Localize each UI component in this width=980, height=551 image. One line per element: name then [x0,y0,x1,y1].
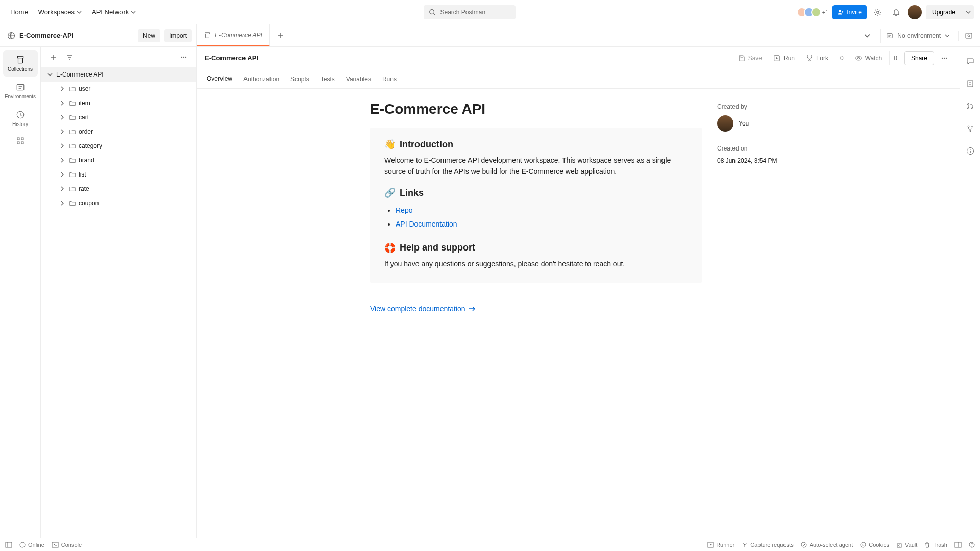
create-collection-button[interactable] [46,50,60,64]
watch-button[interactable]: Watch [851,51,887,65]
chevron-down-icon [945,33,950,38]
status-console[interactable]: Console [52,542,82,548]
comments-button[interactable] [963,54,977,68]
rail-configure[interactable] [12,133,29,149]
folder-icon [69,142,76,149]
rail-environments[interactable]: Environments [3,78,38,104]
tree-folder[interactable]: category [41,139,196,153]
workspace-title[interactable]: E-Commerce-API [4,32,134,40]
tree-folder[interactable]: cart [41,110,196,124]
view-docs-link[interactable]: View complete documentation [370,305,476,313]
svg-point-45 [899,545,900,546]
tree-folder[interactable]: list [41,167,196,182]
notifications-button[interactable] [889,5,903,19]
tree-folder[interactable]: rate [41,182,196,196]
profile-avatar[interactable] [908,5,922,19]
fork-icon [806,55,813,62]
folder-icon [69,157,76,164]
tree-folder[interactable]: brand [41,153,196,167]
invite-button[interactable]: Invite [832,5,867,19]
chevron-down-icon [77,10,82,15]
svg-point-41 [863,544,863,544]
doc-title: E-Commerce API [370,101,702,117]
tree-folder[interactable]: user [41,82,196,96]
tree-folder[interactable]: order [41,124,196,139]
status-trash[interactable]: Trash [924,542,947,548]
nav-workspaces[interactable]: Workspaces [34,5,86,19]
upgrade-button[interactable]: Upgrade [926,5,962,19]
status-capture[interactable]: Capture requests [742,542,793,548]
status-agent[interactable]: Auto-select agent [801,542,853,548]
tab-overflow-button[interactable] [860,29,874,43]
help-icon [969,542,975,548]
pull-request-button[interactable] [963,99,977,113]
trash-icon [924,542,930,548]
history-icon [16,110,25,119]
nav-api-network[interactable]: API Network [88,5,140,19]
nav-home[interactable]: Home [6,5,32,19]
info-button[interactable] [963,144,977,158]
svg-rect-12 [21,138,23,140]
import-button[interactable]: Import [164,29,192,42]
new-button[interactable]: New [138,29,160,42]
link-repo[interactable]: Repo [396,206,412,214]
svg-rect-13 [17,142,19,144]
created-by-user[interactable]: You [717,115,829,132]
fork-icon [967,125,974,132]
ctab-overview[interactable]: Overview [207,69,232,88]
ctab-variables[interactable]: Variables [346,69,371,88]
ctab-runs[interactable]: Runs [382,69,397,88]
eye-icon [855,55,862,62]
save-button[interactable]: Save [734,51,766,65]
svg-point-24 [944,57,945,58]
layout-toggle-button[interactable] [954,542,962,548]
rail-collections[interactable]: Collections [3,50,38,77]
environment-selector[interactable]: No environment [880,29,955,43]
filter-button[interactable] [62,50,77,64]
fork-count: 0 [836,51,848,65]
search-input[interactable]: Search Postman [424,5,516,19]
rail-history[interactable]: History [3,105,38,132]
save-icon [738,55,745,62]
settings-button[interactable] [871,5,885,19]
svg-point-34 [970,149,971,150]
share-button[interactable]: Share [904,51,934,65]
status-runner[interactable]: Runner [707,542,734,548]
status-vault[interactable]: Vault [896,542,917,548]
chevron-right-icon [60,101,65,106]
svg-point-32 [969,130,971,132]
env-quicklook-button[interactable] [962,29,976,43]
help-button[interactable] [969,542,975,548]
terminal-icon [52,542,59,548]
top-nav: Home Workspaces API Network [6,5,140,19]
avatar-cluster[interactable]: +1 [800,7,829,17]
tree-root[interactable]: E-Commerce API [41,67,196,82]
arrow-right-icon [469,306,476,312]
ctab-scripts[interactable]: Scripts [290,69,309,88]
sidebar-toggle-button[interactable] [5,542,12,548]
svg-point-42 [864,545,864,545]
more-actions-button[interactable] [937,51,951,65]
forks-pane-button[interactable] [963,121,977,136]
svg-point-0 [430,9,434,14]
ctab-authorization[interactable]: Authorization [243,69,279,88]
svg-rect-44 [897,544,901,547]
context-rail [960,47,980,538]
sidebar-options-button[interactable] [177,50,191,64]
run-button[interactable]: Run [769,51,799,65]
docs-pane-button[interactable] [963,77,977,91]
tree-folder[interactable]: coupon [41,196,196,210]
tree-folder[interactable]: item [41,96,196,110]
status-online[interactable]: Online [19,542,44,548]
link-api-docs[interactable]: API Documentation [396,220,457,228]
request-tab-active[interactable]: E-Commerce API [197,24,270,46]
status-cookies[interactable]: Cookies [860,542,889,548]
upgrade-menu-button[interactable] [962,5,974,19]
chevron-right-icon [60,86,65,91]
ctab-tests[interactable]: Tests [321,69,335,88]
separator [370,295,702,295]
chevron-right-icon [60,172,65,177]
nav-rail: Collections Environments History [0,47,41,538]
new-tab-button[interactable] [270,24,290,46]
fork-button[interactable]: Fork [802,51,832,65]
